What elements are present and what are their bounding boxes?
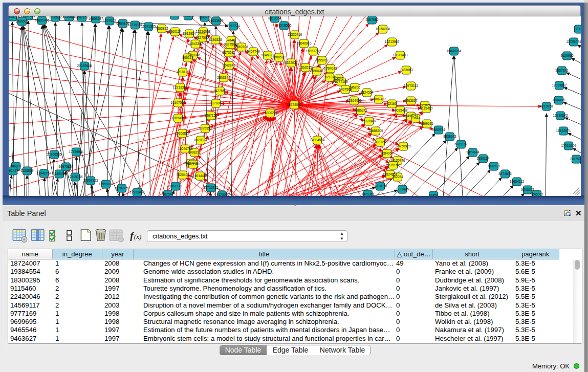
svg-text:1965491: 1965491: [171, 116, 185, 120]
svg-text:1471361: 1471361: [361, 192, 375, 196]
svg-text:17359924: 17359924: [69, 150, 83, 154]
svg-text:1498222: 1498222: [188, 150, 201, 154]
svg-text:8454749: 8454749: [247, 50, 260, 53]
svg-text:2935114: 2935114: [476, 157, 489, 160]
svg-text:8813054: 8813054: [268, 16, 281, 20]
svg-text:16120746: 16120746: [390, 159, 405, 162]
svg-text:8427552: 8427552: [213, 89, 227, 93]
svg-text:8710653: 8710653: [62, 16, 76, 18]
svg-text:7663822: 7663822: [155, 27, 168, 30]
svg-text:20206536: 20206536: [47, 152, 61, 156]
svg-text:16107552: 16107552: [170, 101, 185, 104]
svg-text:7357224: 7357224: [227, 24, 240, 28]
svg-text:14136141: 14136141: [373, 184, 387, 188]
svg-text:6794028: 6794028: [324, 67, 337, 70]
svg-text:16671355: 16671355: [141, 25, 156, 28]
svg-text:8912954: 8912954: [183, 32, 196, 35]
svg-text:15716485: 15716485: [203, 186, 218, 189]
svg-text:16961758: 16961758: [306, 49, 320, 53]
svg-text:16543382: 16543382: [188, 42, 203, 46]
svg-text:10973493: 10973493: [393, 53, 407, 57]
svg-text:1527602: 1527602: [103, 19, 116, 23]
svg-text:8322037: 8322037: [285, 61, 298, 64]
svg-text:6879197: 6879197: [454, 142, 468, 146]
svg-text:9463627: 9463627: [404, 99, 418, 102]
svg-text:17016504: 17016504: [561, 144, 576, 147]
svg-text:9474444: 9474444: [466, 150, 480, 154]
svg-text:1145194: 1145194: [53, 172, 66, 176]
svg-text:8678332: 8678332: [194, 138, 207, 142]
svg-text:16033809: 16033809: [208, 19, 223, 23]
svg-text:12975115: 12975115: [403, 84, 418, 87]
svg-text:8215958: 8215958: [540, 104, 553, 108]
svg-text:10654112: 10654112: [509, 180, 524, 183]
svg-text:8990448: 8990448: [310, 69, 323, 73]
svg-text:1733426: 1733426: [396, 187, 409, 191]
svg-text:1112: 1112: [575, 27, 581, 31]
svg-text:15692971: 15692971: [556, 129, 571, 133]
svg-text:1244419: 1244419: [552, 98, 565, 102]
svg-text:20691406: 20691406: [34, 18, 49, 22]
svg-text:7485063: 7485063: [400, 68, 413, 72]
svg-text:2803144: 2803144: [217, 76, 230, 79]
svg-text:20053546: 20053546: [77, 64, 92, 68]
svg-text:1405571: 1405571: [15, 19, 29, 23]
svg-text:1588520: 1588520: [272, 55, 286, 59]
svg-text:62160: 62160: [387, 102, 396, 105]
svg-text:18724007: 18724007: [287, 103, 301, 106]
svg-text:10653287: 10653287: [88, 17, 103, 20]
svg-text:2546: 2546: [227, 38, 235, 42]
svg-text:1640934: 1640934: [432, 128, 445, 132]
svg-text:7106532: 7106532: [49, 16, 62, 19]
svg-text:12093852: 12093852: [552, 83, 567, 87]
svg-text:16210643: 16210643: [553, 114, 568, 117]
svg-text:3287152: 3287152: [75, 16, 89, 19]
svg-text:18807249: 18807249: [373, 140, 387, 144]
svg-text:985081: 985081: [10, 164, 21, 168]
svg-text:(x): (x): [134, 233, 142, 240]
svg-text:9084067: 9084067: [380, 151, 394, 155]
svg-text:1335359: 1335359: [199, 126, 212, 130]
svg-text:3824554: 3824554: [360, 91, 374, 94]
svg-text:10025438: 10025438: [393, 108, 407, 112]
svg-text:10756928: 10756928: [396, 144, 410, 148]
svg-text:2718176: 2718176: [176, 70, 189, 74]
svg-text:16782759: 16782759: [114, 186, 129, 190]
svg-text:12923448: 12923448: [129, 190, 144, 194]
svg-text:1409948: 1409948: [186, 162, 200, 166]
svg-text:12213967: 12213967: [384, 40, 399, 43]
svg-text:9777169: 9777169: [335, 80, 348, 83]
svg-text:1615152: 1615152: [386, 163, 400, 167]
svg-text:17957223: 17957223: [83, 179, 98, 182]
svg-text:9245652: 9245652: [521, 188, 534, 191]
svg-text:13226058: 13226058: [195, 30, 210, 33]
svg-text:12213363: 12213363: [172, 85, 187, 89]
svg-text:11958107: 11958107: [98, 182, 113, 186]
svg-text:16154808: 16154808: [375, 27, 390, 31]
svg-text:746206: 746206: [349, 85, 360, 89]
svg-text:917000: 917000: [216, 193, 228, 196]
svg-text:9115460: 9115460: [420, 106, 432, 110]
svg-text:20364436: 20364436: [346, 99, 361, 102]
svg-text:15720407: 15720407: [361, 119, 376, 123]
svg-text:917006: 917006: [210, 101, 222, 105]
svg-text:1156819: 1156819: [20, 169, 33, 172]
svg-text:8471676: 8471676: [498, 172, 512, 176]
svg-text:9327500: 9327500: [195, 36, 209, 39]
svg-text:7986372: 7986372: [354, 108, 367, 112]
svg-text:12505135: 12505135: [68, 175, 82, 179]
svg-text:1167534: 1167534: [570, 157, 580, 161]
svg-text:25300275: 25300275: [263, 111, 277, 115]
svg-text:16648784: 16648784: [446, 49, 461, 53]
svg-text:762540: 762540: [162, 192, 173, 196]
svg-text:15751074: 15751074: [566, 40, 580, 43]
svg-text:7955812: 7955812: [315, 58, 329, 62]
svg-text:19166827: 19166827: [175, 132, 189, 135]
svg-text:10807487: 10807487: [371, 97, 386, 101]
svg-text:8938923: 8938923: [443, 135, 456, 138]
svg-text:12942757: 12942757: [36, 171, 51, 175]
svg-text:2867608: 2867608: [235, 45, 248, 49]
svg-text:9657771: 9657771: [169, 184, 182, 188]
svg-text:7625402: 7625402: [176, 173, 189, 177]
svg-text:7632621: 7632621: [487, 164, 500, 168]
